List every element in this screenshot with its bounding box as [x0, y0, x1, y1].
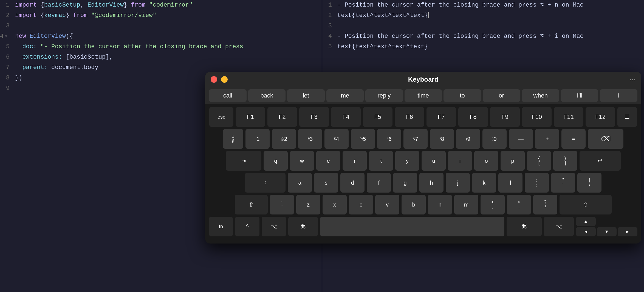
key-cmd-right[interactable]: ⌘	[507, 217, 542, 236]
key-f7[interactable]: F7	[426, 107, 456, 127]
number-row: ±§ !1 @2 #3 $4 %5 ^6 &7 *8 (9 )0 — + = ⌫	[209, 129, 637, 149]
key-f1[interactable]: F1	[236, 107, 265, 127]
key-semicolon[interactable]: :;	[525, 173, 549, 193]
key-9[interactable]: (9	[456, 129, 480, 149]
key-c[interactable]: c	[349, 195, 373, 214]
key-0[interactable]: )0	[482, 129, 507, 149]
key-tab[interactable]: ⇥	[226, 151, 261, 171]
suggestion-reply[interactable]: reply	[365, 89, 403, 102]
key-opt-right[interactable]: ⌥	[544, 217, 574, 236]
key-t[interactable]: t	[369, 151, 393, 171]
key-arrow-up[interactable]: ▲	[576, 217, 596, 226]
key-z[interactable]: z	[296, 195, 320, 214]
key-shift-right[interactable]: ⇧	[560, 195, 612, 214]
key-f4[interactable]: F4	[331, 107, 361, 127]
asdf-row: ⇪ a s d f g h j k l :; "' |\	[209, 173, 637, 193]
key-ctrl[interactable]: ^	[235, 217, 259, 236]
key-u[interactable]: u	[422, 151, 446, 171]
key-y[interactable]: y	[395, 151, 419, 171]
key-f3[interactable]: F3	[299, 107, 329, 127]
key-esc[interactable]: esc	[209, 107, 233, 127]
key-f2[interactable]: F2	[267, 107, 297, 127]
key-f8[interactable]: F8	[458, 107, 488, 127]
key-a[interactable]: a	[288, 173, 312, 193]
key-k[interactable]: k	[472, 173, 496, 193]
key-arrow-down[interactable]: ▼	[597, 227, 617, 236]
code-line-6: 6 extensions: [basicSetup],	[0, 52, 322, 62]
key-f5[interactable]: F5	[363, 107, 392, 127]
minimize-button[interactable]	[221, 76, 228, 83]
key-p[interactable]: p	[501, 151, 525, 171]
code-line-4: 4 ▾ new EditorView({	[0, 31, 322, 42]
key-equals[interactable]: =	[561, 129, 586, 149]
key-caps-lock[interactable]: ⇪	[245, 173, 286, 193]
key-5[interactable]: %5	[351, 129, 375, 149]
key-w[interactable]: w	[290, 151, 314, 171]
key-open-brace[interactable]: {[	[527, 151, 551, 171]
key-menu[interactable]: ☰	[617, 107, 637, 127]
suggestion-call[interactable]: call	[209, 89, 247, 102]
key-f6[interactable]: F6	[395, 107, 424, 127]
right-line-4: 4 - Position the cursor after the closin…	[322, 31, 644, 42]
key-e[interactable]: e	[316, 151, 340, 171]
key-6[interactable]: ^6	[377, 129, 401, 149]
key-f12[interactable]: F12	[586, 107, 615, 127]
key-plus[interactable]: +	[535, 129, 559, 149]
key-arrow-left[interactable]: ◄	[576, 227, 596, 236]
key-backspace[interactable]: ⌫	[588, 129, 623, 149]
key-h[interactable]: h	[419, 173, 444, 193]
key-close-brace[interactable]: }]	[553, 151, 577, 171]
key-arrow-right[interactable]: ►	[618, 227, 637, 236]
suggestion-back[interactable]: back	[248, 89, 286, 102]
key-2[interactable]: @2	[272, 129, 296, 149]
more-button[interactable]: ···	[629, 75, 636, 84]
key-fn[interactable]: fn	[209, 217, 233, 236]
key-v[interactable]: v	[375, 195, 399, 214]
key-r[interactable]: r	[343, 151, 367, 171]
key-g[interactable]: g	[393, 173, 417, 193]
key-1[interactable]: !1	[245, 129, 270, 149]
key-quote[interactable]: "'	[551, 173, 575, 193]
key-b[interactable]: b	[402, 195, 426, 214]
suggestion-time[interactable]: time	[405, 89, 442, 102]
suggestion-me[interactable]: me	[326, 89, 364, 102]
key-j[interactable]: j	[446, 173, 470, 193]
key-m[interactable]: m	[454, 195, 478, 214]
suggestion-when[interactable]: when	[522, 89, 559, 102]
key-minus[interactable]: —	[509, 129, 533, 149]
key-comma[interactable]: <,	[481, 195, 505, 214]
key-n[interactable]: n	[428, 195, 452, 214]
key-slash[interactable]: ?/	[533, 195, 557, 214]
key-3[interactable]: #3	[298, 129, 322, 149]
suggestion-i[interactable]: I	[600, 89, 637, 102]
key-x[interactable]: x	[323, 195, 347, 214]
suggestion-ill[interactable]: I'll	[561, 89, 598, 102]
key-o[interactable]: o	[474, 151, 498, 171]
key-period[interactable]: >.	[507, 195, 531, 214]
key-d[interactable]: d	[340, 173, 365, 193]
key-l[interactable]: l	[498, 173, 522, 193]
key-i[interactable]: i	[448, 151, 472, 171]
close-button[interactable]	[211, 76, 217, 83]
suggestion-or[interactable]: or	[483, 89, 520, 102]
key-tilde[interactable]: ~`	[270, 195, 294, 214]
suggestion-let[interactable]: let	[287, 89, 325, 102]
key-cmd-left[interactable]: ⌘	[288, 217, 318, 236]
suggestion-to[interactable]: to	[444, 89, 481, 102]
key-f9[interactable]: F9	[490, 107, 520, 127]
key-8[interactable]: *8	[430, 129, 454, 149]
key-enter[interactable]: ↵	[580, 151, 621, 171]
code-line-5: 5 doc: "- Position the cursor after the …	[0, 42, 322, 52]
key-f10[interactable]: F10	[522, 107, 552, 127]
key-backslash[interactable]: |\	[577, 173, 601, 193]
key-plus-minus[interactable]: ±§	[223, 129, 243, 149]
key-opt-left[interactable]: ⌥	[262, 217, 286, 236]
key-space[interactable]	[320, 217, 504, 236]
key-q[interactable]: q	[264, 151, 288, 171]
key-s[interactable]: s	[314, 173, 338, 193]
key-f11[interactable]: F11	[554, 107, 583, 127]
key-4[interactable]: $4	[324, 129, 349, 149]
key-shift-left[interactable]: ⇧	[235, 195, 268, 214]
key-f[interactable]: f	[367, 173, 391, 193]
key-7[interactable]: &7	[403, 129, 428, 149]
